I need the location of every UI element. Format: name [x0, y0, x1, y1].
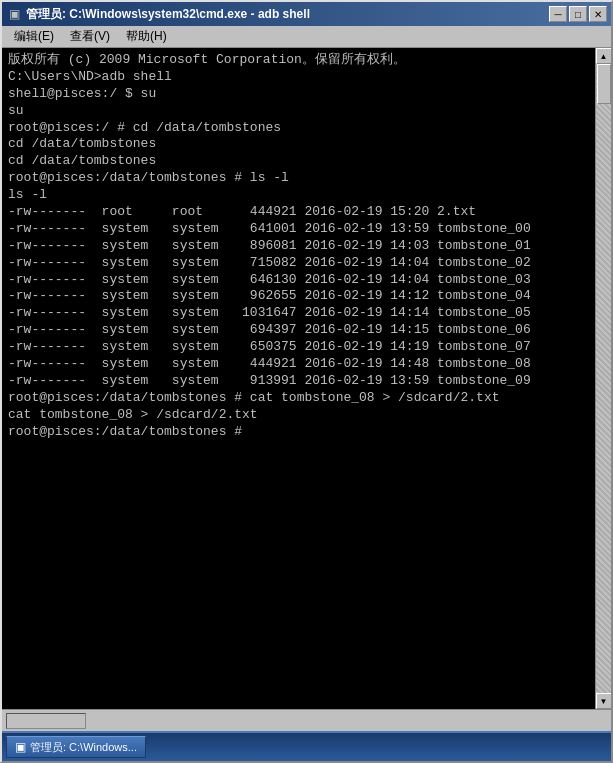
terminal-output: 版权所有 (c) 2009 Microsoft Corporation。保留所有… [8, 52, 589, 705]
status-bar [2, 709, 611, 731]
terminal-line: -rw------- system system 913991 2016-02-… [8, 373, 589, 390]
terminal-body[interactable]: 版权所有 (c) 2009 Microsoft Corporation。保留所有… [2, 48, 595, 709]
scroll-thumb[interactable] [597, 64, 611, 104]
scroll-track[interactable] [596, 64, 611, 693]
terminal-line: root@pisces:/data/tombstones # [8, 424, 589, 441]
terminal-line: root@pisces:/data/tombstones # ls -l [8, 170, 589, 187]
terminal-line: ls -l [8, 187, 589, 204]
terminal-line: -rw------- system system 962655 2016-02-… [8, 288, 589, 305]
terminal-line: 版权所有 (c) 2009 Microsoft Corporation。保留所有… [8, 52, 589, 69]
terminal-line: -rw------- system system 896081 2016-02-… [8, 238, 589, 255]
terminal-line: shell@pisces:/ $ su [8, 86, 589, 103]
taskbar-label: 管理员: C:\Windows... [30, 740, 137, 755]
window-title: 管理员: C:\Windows\system32\cmd.exe - adb s… [26, 6, 310, 23]
terminal-line: -rw------- system system 694397 2016-02-… [8, 322, 589, 339]
terminal-line: -rw------- system system 715082 2016-02-… [8, 255, 589, 272]
close-button[interactable]: ✕ [589, 6, 607, 22]
terminal-line: root@pisces:/ # cd /data/tombstones [8, 120, 589, 137]
title-buttons: ─ □ ✕ [549, 6, 607, 22]
terminal-line: -rw------- system system 444921 2016-02-… [8, 356, 589, 373]
terminal-line: cd /data/tombstones [8, 153, 589, 170]
terminal-line: cd /data/tombstones [8, 136, 589, 153]
taskbar-icon: ▣ [15, 740, 26, 754]
title-bar-left: ▣ 管理员: C:\Windows\system32\cmd.exe - adb… [6, 6, 310, 23]
status-section [6, 713, 86, 729]
terminal-line: -rw------- system system 646130 2016-02-… [8, 272, 589, 289]
scroll-down-button[interactable]: ▼ [596, 693, 612, 709]
maximize-button[interactable]: □ [569, 6, 587, 22]
menu-edit[interactable]: 编辑(E) [6, 26, 62, 47]
terminal-line: -rw------- system system 650375 2016-02-… [8, 339, 589, 356]
menu-help[interactable]: 帮助(H) [118, 26, 175, 47]
vertical-scrollbar[interactable]: ▲ ▼ [595, 48, 611, 709]
minimize-button[interactable]: ─ [549, 6, 567, 22]
terminal-line: -rw------- system system 1031647 2016-02… [8, 305, 589, 322]
title-bar: ▣ 管理员: C:\Windows\system32\cmd.exe - adb… [2, 2, 611, 26]
taskbar-button[interactable]: ▣ 管理员: C:\Windows... [6, 736, 146, 758]
terminal-line: cat tombstone_08 > /sdcard/2.txt [8, 407, 589, 424]
scroll-up-button[interactable]: ▲ [596, 48, 612, 64]
terminal-line: -rw------- root root 444921 2016-02-19 1… [8, 204, 589, 221]
terminal-line: root@pisces:/data/tombstones # cat tombs… [8, 390, 589, 407]
menu-view[interactable]: 查看(V) [62, 26, 118, 47]
terminal-line: su [8, 103, 589, 120]
terminal-line: -rw------- system system 641001 2016-02-… [8, 221, 589, 238]
app-icon: ▣ [6, 6, 22, 22]
main-window: ▣ 管理员: C:\Windows\system32\cmd.exe - adb… [0, 0, 613, 763]
menu-bar: 编辑(E) 查看(V) 帮助(H) [2, 26, 611, 48]
terminal-line: C:\Users\ND>adb shell [8, 69, 589, 86]
taskbar: ▣ 管理员: C:\Windows... [2, 731, 611, 761]
